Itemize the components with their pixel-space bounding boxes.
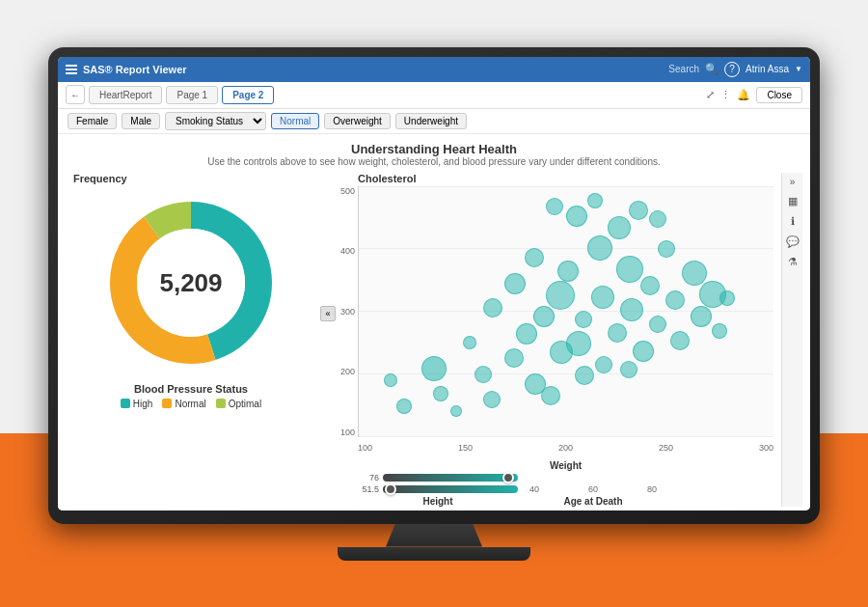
bubble-33 bbox=[633, 341, 654, 362]
weight-axis-title: Weight bbox=[358, 460, 773, 471]
bubble-32 bbox=[595, 356, 612, 373]
table-icon[interactable]: ▦ bbox=[788, 195, 798, 207]
age-axis-ticks: 40 60 80 bbox=[526, 484, 661, 494]
tab-heart-report[interactable]: HeartReport bbox=[89, 86, 162, 104]
hamburger-icon[interactable] bbox=[66, 65, 77, 74]
collapse-button[interactable]: « bbox=[320, 306, 336, 321]
bubble-14 bbox=[591, 286, 614, 309]
bubble-44 bbox=[541, 386, 560, 405]
bubble-4 bbox=[608, 216, 631, 239]
bubble-17 bbox=[483, 298, 502, 317]
height-slider-bottom[interactable] bbox=[383, 485, 518, 493]
comment-icon[interactable]: 💬 bbox=[786, 235, 800, 248]
user-name: Atrin Assa bbox=[746, 64, 789, 74]
legend: High Normal Optimal bbox=[121, 399, 261, 409]
bubble-13 bbox=[546, 281, 575, 310]
tab-page-2[interactable]: Page 2 bbox=[222, 86, 274, 104]
bp-legend-title: Blood Pressure Status bbox=[95, 383, 287, 395]
filter-normal[interactable]: Normal bbox=[271, 113, 319, 129]
bubble-19 bbox=[575, 311, 592, 328]
scatter-chart-area: 500 400 300 200 100 bbox=[358, 186, 773, 437]
height-value-76: 76 bbox=[358, 473, 379, 483]
bubble-11 bbox=[658, 240, 675, 258]
bubble-1 bbox=[546, 198, 563, 215]
bubble-28 bbox=[719, 290, 735, 306]
filter-underweight[interactable]: Underweight bbox=[395, 113, 467, 129]
bubble-9 bbox=[557, 261, 579, 282]
legend-high: High bbox=[121, 399, 153, 409]
bubble-23 bbox=[516, 323, 537, 345]
bubble-5 bbox=[629, 201, 648, 220]
bubble-40 bbox=[620, 361, 637, 378]
monitor-stand bbox=[386, 524, 482, 547]
monitor-screen: SAS® Report Viewer Search 🔍 ? Atrin Assa… bbox=[58, 57, 810, 510]
bubble-36 bbox=[421, 356, 447, 381]
height-value-51: 51.5 bbox=[358, 484, 379, 494]
bubble-43 bbox=[483, 391, 501, 408]
filter-female[interactable]: Female bbox=[68, 113, 117, 129]
filter-male[interactable]: Male bbox=[122, 113, 160, 129]
smoking-status-dropdown[interactable]: Smoking Status bbox=[165, 112, 266, 130]
chart-subtitle: Use the controls above to see how weight… bbox=[58, 156, 810, 167]
help-icon[interactable]: ? bbox=[724, 62, 740, 77]
back-button[interactable]: ← bbox=[66, 85, 85, 104]
info-icon[interactable]: ℹ bbox=[791, 215, 795, 228]
x-axis: 100 150 200 250 300 bbox=[358, 443, 773, 453]
filter-sidebar-icon[interactable]: ⚗ bbox=[788, 256, 798, 268]
height-slider-top[interactable] bbox=[383, 474, 518, 482]
app-header: SAS® Report Viewer Search 🔍 ? Atrin Assa… bbox=[58, 57, 810, 82]
bubble-10 bbox=[616, 256, 643, 283]
tab-bar: ← HeartReport Page 1 Page 2 ⤢ ⋮ 🔔 Close bbox=[58, 82, 810, 109]
age-at-death-label: Age at Death bbox=[526, 496, 661, 507]
donut-section: Frequency bbox=[66, 173, 316, 507]
bubble-8 bbox=[525, 248, 544, 267]
legend-optimal: Optimal bbox=[216, 399, 261, 409]
bubble-39 bbox=[575, 366, 594, 385]
bubble-20 bbox=[620, 298, 643, 321]
bubble-29 bbox=[463, 336, 476, 349]
bubble-26 bbox=[649, 316, 666, 333]
main-content: Understanding Heart Health Use the contr… bbox=[58, 134, 810, 510]
app-title: SAS® Report Viewer bbox=[83, 64, 187, 75]
close-button[interactable]: Close bbox=[756, 87, 802, 103]
chart-plot-area bbox=[358, 186, 773, 437]
scatter-section: « Cholesterol 500 400 300 200 bbox=[324, 173, 773, 507]
monitor-base bbox=[338, 547, 530, 561]
notification-icon[interactable]: 🔔 bbox=[737, 89, 750, 101]
more-options-icon[interactable]: ⋮ bbox=[720, 89, 731, 101]
monitor-bezel: SAS® Report Viewer Search 🔍 ? Atrin Assa… bbox=[48, 47, 820, 524]
bubble-37 bbox=[475, 366, 492, 383]
user-dropdown-icon[interactable]: ▼ bbox=[795, 65, 802, 73]
tab-page-1[interactable]: Page 1 bbox=[166, 86, 218, 104]
donut-center-value: 5,209 bbox=[159, 267, 222, 297]
bubble-2 bbox=[566, 206, 587, 227]
bubble-12 bbox=[504, 273, 526, 294]
bubble-7 bbox=[587, 235, 612, 261]
filter-bar: Female Male Smoking Status Normal Overwe… bbox=[58, 109, 810, 134]
bubble-30 bbox=[504, 348, 524, 368]
bubble-46 bbox=[450, 405, 462, 417]
height-axis-label: Height bbox=[358, 496, 518, 507]
height-slider-section: 76 51.5 bbox=[358, 473, 518, 507]
bubble-31 bbox=[550, 341, 573, 364]
bubble-3 bbox=[587, 193, 603, 208]
bubble-6 bbox=[649, 210, 666, 228]
frequency-label: Frequency bbox=[73, 173, 127, 184]
chart-title-area: Understanding Heart Health Use the contr… bbox=[58, 134, 810, 169]
right-sidebar: » ▦ ℹ 💬 ⚗ bbox=[781, 173, 802, 507]
filter-overweight[interactable]: Overweight bbox=[324, 113, 391, 129]
bubble-21 bbox=[665, 290, 685, 310]
bubble-25 bbox=[608, 323, 627, 343]
search-icon[interactable]: 🔍 bbox=[705, 63, 719, 75]
age-at-death-section: 40 60 80 Age at Death bbox=[526, 475, 661, 507]
bubble-45 bbox=[396, 399, 412, 414]
donut-wrapper: 5,209 bbox=[95, 186, 287, 379]
bubble-27 bbox=[691, 306, 712, 327]
charts-row: Frequency bbox=[58, 169, 810, 510]
collapse-right-icon[interactable]: » bbox=[790, 177, 796, 187]
expand-icon[interactable]: ⤢ bbox=[706, 89, 715, 101]
sliders-row: 76 51.5 bbox=[358, 473, 773, 507]
bubble-15 bbox=[640, 276, 660, 295]
cholesterol-label: Cholesterol bbox=[358, 173, 773, 184]
bubble-16 bbox=[682, 261, 707, 286]
